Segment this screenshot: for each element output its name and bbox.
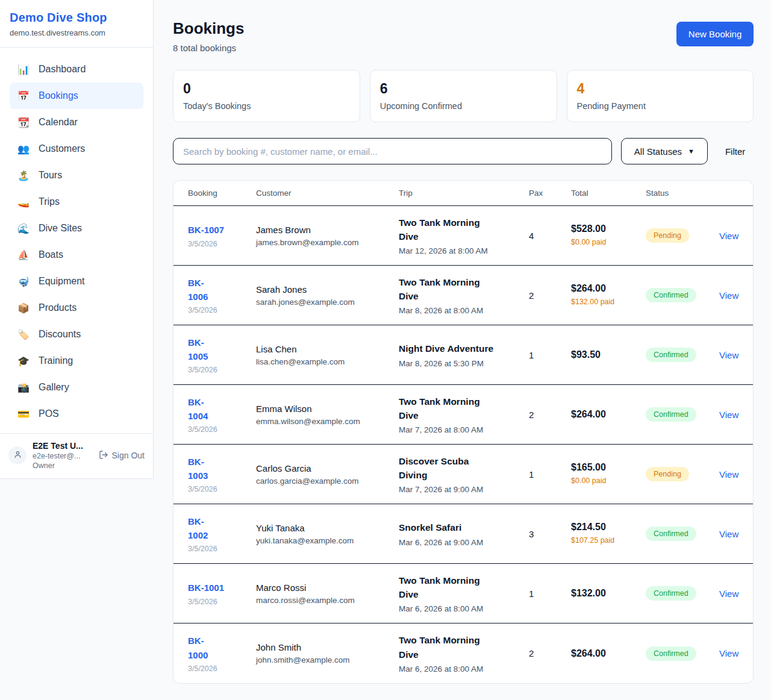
sidebar-item-training[interactable]: 🎓Training [10,348,143,374]
sidebar-item-dashboard[interactable]: 📊Dashboard [10,56,143,83]
sidebar-item-label: Calendar [39,117,78,128]
paid-amount: $0.00 paid [571,237,618,248]
pax-value: 1 [529,469,561,480]
page-header: Bookings 8 total bookings New Booking [173,19,754,53]
table-row: BK-10063/5/2026Sarah Jonessarah.jones@ex… [173,266,753,325]
filter-button[interactable]: Filter [717,146,754,157]
view-link[interactable]: View [719,469,738,480]
sidebar-item-label: Training [39,355,73,366]
table-row: BK-10003/5/2026John Smithjohn.smith@exam… [173,623,753,683]
customer-name: Emma Wilson [256,404,389,414]
booking-id-link[interactable]: BK-1001 [188,581,246,595]
table-row: BK-10023/5/2026Yuki Tanakayuki.tanaka@ex… [173,504,753,564]
sidebar-item-dive-sites[interactable]: 🌊Dive Sites [10,215,143,242]
sidebar-item-label: Boats [39,249,63,260]
shop-name: Demo Dive Shop [10,11,143,25]
sidebar-item-label: Dashboard [39,64,86,75]
total-amount: $264.00 [571,409,636,420]
booking-cell: BK-10053/5/2026 [188,336,246,375]
status-cell: Pending [646,467,710,481]
credit-card-icon: 💳 [17,408,30,420]
sidebar-item-customers[interactable]: 👥Customers [10,136,143,162]
customer-email: james.brown@example.com [256,238,389,247]
sidebar-item-calendar[interactable]: 📆Calendar [10,109,143,136]
booking-cell: BK-10013/5/2026 [188,581,246,605]
customer-email: marco.rossi@example.com [256,596,389,605]
total-amount: $264.00 [571,283,636,294]
table-header-row: BookingCustomerTripPaxTotalStatus [173,181,753,206]
diving-mask-icon: 🤿 [17,276,30,287]
status-badge: Confirmed [646,527,696,541]
sidebar-item-boats[interactable]: ⛵Boats [10,242,143,268]
total-cell: $264.00 [571,648,636,659]
trip-name: Two Tank Morning Dive [399,573,499,602]
page-subtitle: 8 total bookings [173,43,244,53]
status-badge: Pending [646,228,689,243]
view-link[interactable]: View [719,290,738,301]
sidebar-item-label: Equipment [39,276,85,287]
column-header: Status [646,189,710,198]
status-cell: Confirmed [646,646,710,661]
sidebar-item-equipment[interactable]: 🤿Equipment [10,268,143,295]
status-badge: Confirmed [646,288,696,302]
booking-id-link[interactable]: BK-1003 [188,455,216,483]
trip-datetime: Mar 6, 2026 at 8:00 AM [399,664,519,673]
booking-id-link[interactable]: BK-1004 [188,395,216,423]
sidebar-item-discounts[interactable]: 🏷️Discounts [10,321,143,348]
new-booking-button[interactable]: New Booking [676,22,754,46]
customer-email: sarah.jones@example.com [256,298,389,307]
search-input[interactable] [173,138,612,164]
sidebar-item-label: Customers [39,143,85,154]
view-link[interactable]: View [719,589,738,599]
status-filter-select[interactable]: All Statuses ▼ [621,138,708,164]
sidebar-item-tours[interactable]: 🏝️Tours [10,162,143,189]
sidebar-item-gallery[interactable]: 📸Gallery [10,374,143,401]
sidebar-item-pos[interactable]: 💳POS [10,401,143,427]
view-link[interactable]: View [719,529,738,539]
table-body: BK-10073/5/2026James Brownjames.brown@ex… [173,206,753,683]
table-row: BK-10033/5/2026Carlos Garciacarlos.garci… [173,445,753,504]
sidebar-item-label: Bookings [39,90,78,101]
sailboat-icon: ⛵ [17,249,30,261]
sidebar-item-label: Discounts [39,329,81,340]
sidebar-item-trips[interactable]: 🚤Trips [10,189,143,215]
column-header: Booking [188,189,246,198]
view-link[interactable]: View [719,350,738,360]
customer-cell: James Brownjames.brown@example.com [256,225,389,247]
customer-name: Carlos Garcia [256,463,389,473]
total-cell: $93.50 [571,349,636,360]
status-cell: Confirmed [646,407,710,422]
pax-value: 1 [529,350,561,360]
trip-datetime: Mar 12, 2026 at 8:00 AM [399,246,519,255]
customer-cell: Sarah Jonessarah.jones@example.com [256,284,389,307]
booking-id-link[interactable]: BK-1000 [188,634,216,662]
sidebar-item-bookings[interactable]: 📅Bookings [10,83,143,109]
chevron-down-icon: ▼ [688,148,695,155]
trip-datetime: Mar 8, 2026 at 8:00 AM [399,306,519,315]
status-cell: Confirmed [646,527,710,541]
booking-cell: BK-10073/5/2026 [188,223,246,248]
booking-id-link[interactable]: BK-1007 [188,223,246,237]
trip-datetime: Mar 6, 2026 at 9:00 AM [399,538,519,547]
booking-id-link[interactable]: BK-1005 [188,336,216,364]
speedboat-icon: 🚤 [17,196,30,208]
customer-name: Lisa Chen [256,344,389,354]
stat-value: 0 [183,81,350,97]
customer-email: john.smith@example.com [256,655,389,664]
bar-chart-icon: 📊 [17,64,30,75]
trip-cell: Snorkel SafariMar 6, 2026 at 9:00 AM [399,520,519,546]
sign-out-button[interactable]: Sign Out [99,450,145,461]
booking-date: 3/5/2026 [188,306,246,314]
customer-name: Yuki Tanaka [256,523,389,533]
view-link[interactable]: View [719,231,738,241]
graduation-cap-icon: 🎓 [17,355,30,367]
stat-card: 0Today's Bookings [173,70,360,122]
status-badge: Pending [646,467,689,481]
column-header: Total [571,189,636,198]
sidebar-item-products[interactable]: 📦Products [10,295,143,321]
view-link[interactable]: View [719,648,738,658]
trip-name: Two Tank Morning Dive [399,395,499,423]
view-link[interactable]: View [719,410,738,420]
booking-id-link[interactable]: BK-1002 [188,514,216,543]
booking-id-link[interactable]: BK-1006 [188,276,216,304]
